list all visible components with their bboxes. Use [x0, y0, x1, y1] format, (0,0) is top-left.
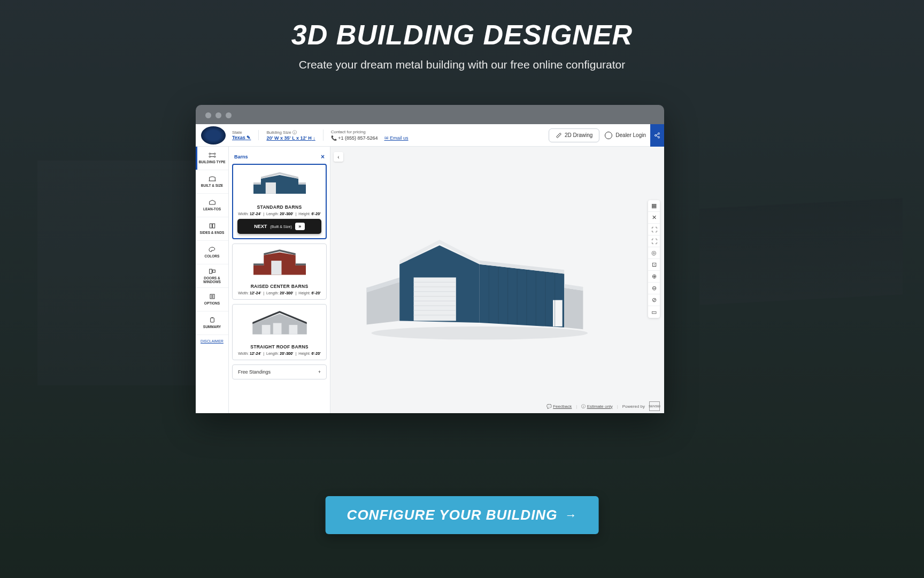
svg-marker-16 — [298, 182, 306, 185]
svg-marker-15 — [253, 182, 261, 185]
svg-rect-27 — [289, 325, 297, 334]
accordion-free-standings[interactable]: Free Standings + — [232, 364, 327, 379]
sidebar-item-doors-windows[interactable]: DOORS & WINDOWS — [196, 264, 228, 288]
svg-rect-10 — [212, 270, 215, 272]
contact-label: Contact for pricing — [331, 130, 409, 134]
sensei-logo[interactable]: SENSEI — [649, 401, 660, 411]
viewport-toolbar: ▦ ✕ ⛶ ⛶ ◎ ⊡ ⊕ ⊖ ⊘ ▭ — [648, 200, 660, 318]
ruler-icon — [556, 132, 562, 139]
svg-point-4 — [214, 153, 215, 155]
cta-label: CONFIGURE YOUR BUILDING — [347, 507, 558, 523]
tool-zoom-in[interactable]: ⊕ — [648, 271, 660, 283]
state-value: Texas ✎ — [232, 135, 251, 140]
sidebar-item-built-size[interactable]: BUILT & SIZE — [196, 170, 228, 194]
zoom-in-icon: ⊕ — [652, 273, 657, 280]
dot-icon — [205, 112, 211, 118]
sidebar-item-lean-tos[interactable]: LEAN-TOS — [196, 194, 228, 217]
svg-rect-32 — [414, 277, 456, 321]
svg-marker-20 — [253, 263, 264, 265]
barn-card-standard[interactable]: STANDARD BARNS Width: 12'-24' | Length: … — [232, 164, 327, 239]
svg-rect-8 — [212, 224, 214, 228]
options-icon — [208, 293, 217, 300]
barn-card-raised[interactable]: RAISED CENTER BARNS Width: 12'-24' | Len… — [232, 244, 327, 300]
barn-thumbnail — [237, 309, 322, 342]
sidebar-item-summary[interactable]: SUMMARY — [196, 311, 228, 335]
sidebar-item-sides-ends[interactable]: SIDES & ENDS — [196, 217, 228, 241]
card-title: STANDARD BARNS — [237, 204, 321, 210]
tool-camera[interactable]: ◎ — [648, 247, 660, 259]
svg-point-2 — [658, 136, 660, 138]
barn-thumbnail — [237, 248, 322, 282]
brand-logo[interactable] — [201, 126, 226, 144]
tool-measure[interactable]: ✕ — [648, 212, 660, 224]
sidebar-item-building-type[interactable]: BUILDING TYPE — [196, 147, 228, 170]
configure-cta-button[interactable]: CONFIGURE YOUR BUILDING → — [326, 496, 599, 534]
svg-rect-26 — [273, 323, 281, 334]
phone-link[interactable]: 📞 +1 (855) 857-5264 — [331, 135, 378, 141]
grid-icon: ▦ — [651, 202, 657, 209]
hero-title: 3D BUILDING DESIGNER — [0, 19, 924, 51]
topbar: State Texas ✎ Building Size ⓘ 20' W x 35… — [196, 124, 664, 147]
3d-viewport[interactable]: ‹ — [330, 147, 664, 413]
panel-title: Barns — [234, 154, 248, 159]
panel-header: Barns × — [232, 150, 327, 164]
sidebar-item-label: BUILT & SIZE — [201, 184, 223, 187]
measure-icon: ✕ — [652, 214, 657, 221]
close-icon[interactable]: × — [321, 153, 325, 161]
doors-icon — [208, 268, 217, 275]
svg-point-3 — [209, 153, 211, 155]
sidebar-item-options[interactable]: OPTIONS — [196, 288, 228, 311]
sidebar-item-label: BUILDING TYPE — [198, 160, 225, 164]
size-label: Building Size ⓘ — [266, 130, 315, 135]
svg-rect-9 — [209, 269, 212, 273]
card-dims: Width: 12'-24' | Length: 20'-300' | Heig… — [237, 291, 322, 295]
tool-snapshot[interactable]: ▭ — [648, 306, 660, 318]
disclaimer-link[interactable]: DISCLAIMER — [196, 339, 228, 343]
leanto-icon — [208, 199, 217, 206]
user-icon — [605, 132, 612, 139]
accordion-label: Free Standings — [238, 369, 271, 375]
sidebar-item-label: LEAN-TOS — [203, 207, 221, 211]
svg-rect-12 — [210, 318, 214, 322]
svg-marker-43 — [564, 288, 583, 329]
powered-by: Powered by — [622, 404, 645, 409]
dealer-login-label: Dealer Login — [615, 132, 646, 138]
arrow-right-icon: → — [565, 508, 577, 522]
2d-drawing-button[interactable]: 2D Drawing — [549, 128, 599, 142]
tool-grid[interactable]: ▦ — [648, 200, 660, 212]
tool-fit[interactable]: ⊡ — [648, 259, 660, 271]
sidebar-item-label: SIDES & ENDS — [200, 231, 225, 234]
expand-icon: ⛶ — [651, 238, 657, 245]
sidebar-item-label: COLORS — [205, 254, 220, 258]
next-button[interactable]: NEXT (Built & Size) » — [237, 219, 321, 234]
email-link[interactable]: ✉ Email us — [384, 135, 409, 141]
tool-expand[interactable]: ⛶ — [648, 235, 660, 247]
state-selector[interactable]: State Texas ✎ — [232, 130, 259, 140]
svg-point-54 — [371, 326, 588, 340]
colors-icon — [208, 246, 217, 253]
card-title: RAISED CENTER BARNS — [237, 284, 322, 289]
tool-visibility[interactable]: ⊘ — [648, 294, 660, 306]
barn-card-straight[interactable]: STRAIGHT ROOF BARNS Width: 12'-24' | Len… — [232, 304, 327, 360]
front-icon: ⛶ — [651, 226, 657, 233]
svg-rect-25 — [261, 325, 270, 334]
svg-rect-17 — [265, 182, 275, 194]
snapshot-icon: ▭ — [651, 309, 657, 316]
building-size-selector[interactable]: Building Size ⓘ 20' W x 35' L x 12' H ↓ — [266, 130, 323, 141]
card-title: STRAIGHT ROOF BARNS — [237, 344, 322, 349]
feedback-link[interactable]: 💬 Feedback — [546, 404, 572, 409]
estimate-note[interactable]: ⓘ Estimate only — [581, 404, 612, 409]
svg-point-6 — [214, 156, 215, 158]
collapse-panel-button[interactable]: ‹ — [334, 152, 343, 162]
tool-front-view[interactable]: ⛶ — [648, 224, 660, 235]
sidebar-item-colors[interactable]: COLORS — [196, 241, 228, 264]
share-icon — [654, 132, 660, 139]
svg-point-5 — [209, 156, 211, 158]
card-dims: Width: 12'-24' | Length: 20'-300' | Heig… — [237, 352, 322, 355]
app-body: BUILDING TYPE BUILT & SIZE LEAN-TOS SIDE… — [196, 147, 664, 413]
chevron-right-icon: » — [295, 223, 305, 230]
tool-zoom-out[interactable]: ⊖ — [648, 283, 660, 294]
share-button[interactable] — [650, 124, 664, 147]
dealer-login-button[interactable]: Dealer Login — [605, 132, 646, 139]
hero-subtitle: Create your dream metal building with ou… — [0, 58, 924, 71]
